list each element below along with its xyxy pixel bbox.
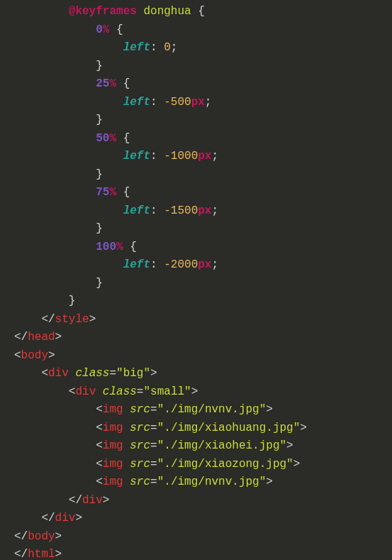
css-value: -2000: [164, 258, 198, 271]
tag-img: img: [103, 458, 123, 471]
percent-value: 100: [96, 241, 116, 253]
code-line: }: [0, 57, 392, 76]
percent-value: 0: [96, 23, 103, 36]
code-line: }: [0, 275, 392, 293]
code-line: left: -1000px;: [0, 148, 392, 166]
tag-head: head: [28, 331, 55, 344]
code-line: </body>: [0, 528, 392, 547]
attr-src: src: [130, 403, 150, 416]
code-line: </div>: [0, 492, 392, 510]
code-line: }: [0, 111, 392, 130]
code-line: }: [0, 292, 392, 311]
at-rule-keyword: @keyframes: [69, 5, 137, 18]
attr-class: class: [103, 385, 137, 398]
attr-src: src: [130, 458, 150, 471]
attr-class: class: [75, 367, 109, 380]
tag-div: div: [48, 367, 69, 380]
code-line: </head>: [0, 329, 392, 347]
tag-html: html: [28, 548, 55, 560]
attr-value: "big": [116, 367, 150, 380]
code-line: <img src="./img/xiaozong.jpg">: [0, 456, 392, 474]
css-property: left: [123, 41, 150, 54]
code-line: <img src="./img/nvnv.jpg">: [0, 401, 392, 419]
attr-src: src: [130, 439, 150, 452]
code-line: <div class="big">: [0, 365, 392, 383]
code-line: <img src="./img/nvnv.jpg">: [0, 473, 392, 492]
code-line: 0% {: [0, 21, 392, 40]
percent-value: 50: [96, 132, 109, 145]
code-line: 75% {: [0, 184, 392, 202]
css-unit: px: [198, 150, 211, 163]
attr-src: src: [130, 476, 150, 488]
css-value: -1000: [164, 150, 198, 163]
code-line: left: -2000px;: [0, 256, 392, 275]
css-value: -500: [164, 96, 191, 109]
code-line: </html>: [0, 546, 392, 560]
attr-value: "./img/xiaohei.jpg": [157, 439, 286, 452]
tag-div: div: [82, 494, 103, 507]
percent-sign: %: [109, 186, 116, 199]
code-line: <img src="./img/xiaohei.jpg">: [0, 437, 392, 456]
percent-sign: %: [109, 77, 116, 90]
tag-img: img: [103, 422, 123, 434]
css-property: left: [123, 258, 150, 271]
css-property: left: [123, 150, 150, 163]
tag-img: img: [103, 439, 123, 452]
code-line: left: -500px;: [0, 94, 392, 112]
percent-sign: %: [116, 241, 123, 253]
css-unit: px: [198, 258, 211, 271]
css-unit: px: [198, 204, 211, 217]
code-line: left: 0;: [0, 39, 392, 57]
code-line: </style>: [0, 311, 392, 329]
percent-value: 25: [96, 77, 109, 90]
css-property: left: [123, 96, 150, 109]
attr-value: "./img/xiaohuang.jpg": [157, 422, 301, 434]
percent-sign: %: [109, 132, 116, 145]
code-line: <body>: [0, 347, 392, 366]
tag-body: body: [21, 349, 48, 362]
attr-src: src: [130, 422, 150, 434]
code-line: 50% {: [0, 130, 392, 148]
percent-sign: %: [103, 23, 110, 36]
code-line: <div class="small">: [0, 383, 392, 402]
css-value: 0: [164, 41, 171, 54]
css-property: left: [123, 204, 150, 217]
code-editor[interactable]: @keyframes donghua { 0% { left: 0; } 25%…: [0, 3, 392, 560]
code-line: <img src="./img/xiaohuang.jpg">: [0, 419, 392, 438]
code-line: }: [0, 166, 392, 185]
tag-body: body: [28, 530, 55, 543]
tag-style: style: [55, 313, 89, 326]
attr-value: "./img/xiaozong.jpg": [157, 458, 293, 471]
css-unit: px: [191, 96, 205, 109]
code-line: }: [0, 220, 392, 238]
code-line: @keyframes donghua {: [0, 3, 392, 21]
code-line: 100% {: [0, 238, 392, 257]
tag-img: img: [103, 403, 123, 416]
keyframes-name: donghua: [143, 5, 191, 18]
tag-div: div: [55, 512, 76, 525]
code-line: 25% {: [0, 75, 392, 94]
attr-value: "./img/nvnv.jpg": [157, 476, 267, 488]
tag-div: div: [75, 385, 96, 398]
code-line: left: -1500px;: [0, 202, 392, 221]
attr-value: "./img/nvnv.jpg": [157, 403, 267, 416]
percent-value: 75: [96, 186, 109, 199]
attr-value: "small": [143, 385, 191, 398]
css-value: -1500: [164, 204, 198, 217]
code-line: </div>: [0, 510, 392, 528]
tag-img: img: [103, 476, 123, 488]
